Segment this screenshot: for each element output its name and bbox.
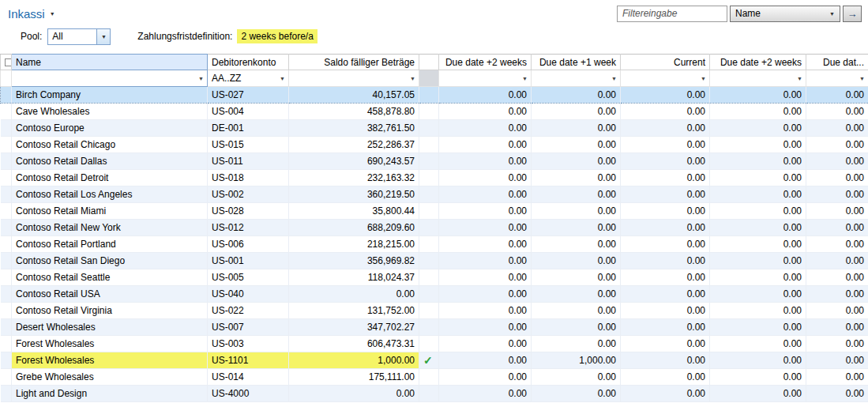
cell-due-plus-1-week[interactable]: 0.00: [532, 319, 621, 336]
table-row[interactable]: Contoso Retail USAUS-0400.000.000.000.00…: [1, 286, 868, 303]
cell-current[interactable]: 0.00: [621, 253, 710, 269]
cell-saldo[interactable]: 175,111.00: [289, 369, 419, 386]
cell-account[interactable]: US-004: [208, 104, 289, 120]
cell-check-flag[interactable]: [419, 386, 439, 402]
select-all-checkbox[interactable]: [5, 58, 12, 66]
cell-current[interactable]: 0.00: [621, 303, 710, 319]
cell-due-plus-2-weeks-2[interactable]: 0.00: [710, 203, 806, 220]
cell-saldo[interactable]: 0.00: [289, 386, 419, 402]
table-row[interactable]: Birch CompanyUS-02740,157.050.000.000.00…: [1, 87, 868, 104]
due-plus-1-week-filter-combobox[interactable]: ▼: [532, 70, 621, 87]
cell-check-flag[interactable]: [419, 120, 439, 137]
cell-due-plus-2-weeks[interactable]: 0.00: [439, 87, 532, 104]
cell-due-plus-2-weeks[interactable]: 0.00: [439, 186, 532, 203]
table-row[interactable]: Forest WholesalesUS-003606,473.310.000.0…: [1, 336, 868, 352]
chevron-down-icon[interactable]: ▼: [198, 76, 204, 81]
cell-check-flag[interactable]: [419, 253, 439, 269]
cell-check-flag[interactable]: [419, 186, 439, 203]
cell-account[interactable]: US-022: [208, 303, 289, 319]
cell-current[interactable]: 0.00: [621, 352, 710, 369]
filter-input[interactable]: [617, 6, 727, 22]
cell-due-plus-2-weeks-2[interactable]: 0.00: [710, 170, 806, 186]
cell-name[interactable]: Forest Wholesales: [12, 336, 208, 352]
cell-check-flag[interactable]: [419, 336, 439, 352]
cell-due-plus-2-weeks[interactable]: 0.00: [439, 352, 532, 369]
cell-due-dat[interactable]: 0.00: [806, 369, 868, 386]
cell-saldo[interactable]: 118,024.37: [289, 269, 419, 286]
cell-check-flag[interactable]: [419, 104, 439, 120]
cell-due-plus-2-weeks-2[interactable]: 0.00: [710, 120, 806, 137]
table-row[interactable]: Grebe WholesalesUS-014175,111.000.000.00…: [1, 369, 868, 386]
cell-due-dat[interactable]: 0.00: [806, 336, 868, 352]
cell-due-plus-2-weeks-2[interactable]: 0.00: [710, 236, 806, 253]
cell-due-plus-1-week[interactable]: 0.00: [532, 104, 621, 120]
cell-current[interactable]: 0.00: [621, 120, 710, 137]
cell-name[interactable]: Desert Wholesales: [12, 319, 208, 336]
cell-name[interactable]: Grebe Wholesales: [12, 369, 208, 386]
cell-saldo[interactable]: 0.00: [289, 286, 419, 303]
row-gutter-cell[interactable]: [1, 137, 12, 153]
cell-account[interactable]: US-007: [208, 319, 289, 336]
cell-account[interactable]: US-015: [208, 137, 289, 153]
apply-filter-button[interactable]: →: [843, 6, 862, 22]
cell-check-flag[interactable]: [419, 319, 439, 336]
cell-check-flag[interactable]: [419, 269, 439, 286]
cell-saldo[interactable]: 360,219.50: [289, 186, 419, 203]
cell-current[interactable]: 0.00: [621, 186, 710, 203]
cell-due-plus-2-weeks-2[interactable]: 0.00: [710, 186, 806, 203]
row-gutter-cell[interactable]: [1, 319, 12, 336]
table-row[interactable]: Cave WholesalesUS-004458,878.800.000.000…: [1, 104, 868, 120]
table-row[interactable]: Contoso Retail New YorkUS-012688,209.600…: [1, 220, 868, 236]
table-row[interactable]: Contoso Retail DetroitUS-018232,163.320.…: [1, 170, 868, 186]
cell-due-plus-1-week[interactable]: 0.00: [532, 186, 621, 203]
pool-dropdown[interactable]: All ▼: [47, 28, 111, 45]
cell-due-dat[interactable]: 0.00: [806, 269, 868, 286]
cell-due-dat[interactable]: 0.00: [806, 153, 868, 170]
cell-due-plus-2-weeks[interactable]: 0.00: [439, 236, 532, 253]
cell-due-plus-2-weeks[interactable]: 0.00: [439, 336, 532, 352]
column-header-current[interactable]: Current: [621, 55, 710, 70]
cell-due-plus-2-weeks[interactable]: 0.00: [439, 386, 532, 402]
cell-account[interactable]: US-011: [208, 153, 289, 170]
cell-account[interactable]: US-001: [208, 253, 289, 269]
cell-due-plus-1-week[interactable]: 0.00: [532, 336, 621, 352]
row-gutter-cell[interactable]: [1, 153, 12, 170]
cell-saldo[interactable]: 131,752.00: [289, 303, 419, 319]
cell-due-dat[interactable]: 0.00: [806, 87, 868, 104]
cell-name[interactable]: Contoso Retail Seattle: [12, 269, 208, 286]
cell-check-flag[interactable]: [419, 153, 439, 170]
cell-due-dat[interactable]: 0.00: [806, 253, 868, 269]
cell-current[interactable]: 0.00: [621, 386, 710, 402]
cell-due-plus-2-weeks[interactable]: 0.00: [439, 153, 532, 170]
cell-due-plus-2-weeks[interactable]: 0.00: [439, 369, 532, 386]
cell-account[interactable]: US-040: [208, 286, 289, 303]
cell-due-plus-1-week[interactable]: 0.00: [532, 203, 621, 220]
cell-due-plus-1-week[interactable]: 0.00: [532, 269, 621, 286]
table-row[interactable]: Light and DesignUS-40000.000.000.000.000…: [1, 386, 868, 402]
cell-due-plus-1-week[interactable]: 0.00: [532, 137, 621, 153]
row-gutter-cell[interactable]: [1, 186, 12, 203]
cell-due-plus-1-week[interactable]: 0.00: [532, 286, 621, 303]
cell-due-plus-2-weeks[interactable]: 0.00: [439, 220, 532, 236]
cell-due-plus-1-week[interactable]: 0.00: [532, 170, 621, 186]
cell-check-flag[interactable]: [419, 170, 439, 186]
cell-due-plus-2-weeks[interactable]: 0.00: [439, 137, 532, 153]
cell-due-dat[interactable]: 0.00: [806, 120, 868, 137]
chevron-down-icon[interactable]: ▼: [280, 76, 285, 81]
chevron-down-icon[interactable]: ▼: [797, 76, 802, 81]
table-row[interactable]: Contoso Retail ChicagoUS-015252,286.370.…: [1, 137, 868, 153]
row-gutter-cell[interactable]: [1, 104, 12, 120]
cell-name[interactable]: Birch Company: [12, 87, 208, 104]
chevron-down-icon[interactable]: ▼: [410, 76, 415, 81]
cell-due-dat[interactable]: 0.00: [806, 137, 868, 153]
cell-check-flag[interactable]: ✓: [419, 352, 439, 369]
cell-saldo[interactable]: 35,800.44: [289, 203, 419, 220]
cell-check-flag[interactable]: [419, 236, 439, 253]
cell-due-plus-2-weeks-2[interactable]: 0.00: [710, 352, 806, 369]
cell-due-plus-2-weeks-2[interactable]: 0.00: [710, 104, 806, 120]
cell-account[interactable]: US-006: [208, 236, 289, 253]
table-row[interactable]: Contoso Retail Los AngelesUS-002360,219.…: [1, 186, 868, 203]
column-header-debitorenkonto[interactable]: Debitorenkonto: [208, 55, 289, 70]
cell-account[interactable]: US-018: [208, 170, 289, 186]
table-row[interactable]: Contoso Retail DallasUS-011690,243.570.0…: [1, 153, 868, 170]
